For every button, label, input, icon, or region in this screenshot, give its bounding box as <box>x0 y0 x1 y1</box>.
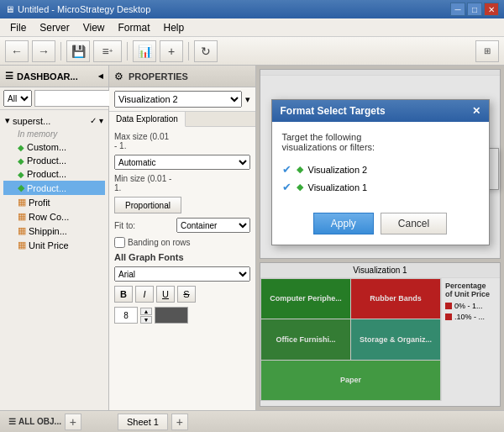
tree-item-label: Product... <box>27 155 66 166</box>
tree-item-unitprice[interactable]: ▦ Unit Price <box>3 238 105 252</box>
add-button[interactable]: + <box>160 40 183 62</box>
fitto-select[interactable]: Container <box>176 218 250 233</box>
forward-button[interactable]: → <box>32 40 55 62</box>
font-select[interactable]: Arial <box>114 266 250 282</box>
panel-header-icon: ☰ <box>5 71 13 82</box>
banding-checkbox-label: Banding on rows <box>114 237 191 248</box>
dialog-title: Format Select Targets <box>281 105 386 117</box>
dialog-close-icon[interactable]: ✕ <box>472 105 480 117</box>
tree-item-label: Row Co... <box>29 212 69 222</box>
add-dataset-button[interactable]: ≡+ <box>93 40 122 62</box>
dialog-item-label-viz2: Visualization 2 <box>308 165 368 175</box>
add-object-button[interactable]: + <box>65 414 81 430</box>
underline-button[interactable]: U <box>156 286 175 303</box>
dialog-item-viz1[interactable]: ✔ ◆ Visualization 1 <box>282 178 479 196</box>
filter-icon: ▾ <box>99 116 103 125</box>
menu-help[interactable]: Help <box>157 20 192 35</box>
dialog-overlay: Format Select Targets ✕ Target the follo… <box>256 66 504 410</box>
tree-item-product3[interactable]: ◆ Product... <box>3 181 105 195</box>
table-icon: ▦ <box>18 211 26 222</box>
proportional-button[interactable]: Proportional <box>114 197 181 213</box>
cancel-button[interactable]: Cancel <box>381 213 447 234</box>
size-select[interactable]: Automatic <box>114 155 250 170</box>
format-row-size-input: Automatic <box>114 155 250 170</box>
all-objects-button[interactable]: ☰ ALL OBJ... <box>8 417 61 426</box>
tree-item-product1[interactable]: ◆ Product... <box>3 154 105 167</box>
panel-header-title: DASHBOAR... <box>17 71 78 82</box>
apply-button[interactable]: Apply <box>313 213 374 234</box>
tree-item-superst[interactable]: ▾ superst... ✓ ▾ <box>3 113 105 128</box>
chart-button[interactable]: 📊 <box>133 40 156 62</box>
viz-area: Select Target <box>256 66 504 410</box>
left-panel: ☰ DASHBOAR... ◂ All 🔍 ▾ superst... ✓ ▾ I… <box>0 66 109 410</box>
extra-button[interactable]: ⊞ <box>475 40 499 62</box>
dialog-body: Target the followingvisualizations or fi… <box>272 122 489 206</box>
italic-button[interactable]: I <box>135 286 154 303</box>
diamond-viz2: ◆ <box>297 164 303 175</box>
window-title: Untitled - MicroStrategy Desktop <box>14 4 450 14</box>
menu-format[interactable]: Format <box>111 20 156 35</box>
bottom-left: ☰ ALL OBJ... + <box>5 414 114 430</box>
menu-view[interactable]: View <box>76 20 112 35</box>
save-button[interactable]: 💾 <box>66 40 90 62</box>
window-controls: ─ □ ✕ <box>450 3 499 16</box>
diamond-icon: ◆ <box>18 143 24 152</box>
visualization-dropdown[interactable]: Visualization 2 <box>114 91 242 108</box>
tree-item-label: Product... <box>27 169 66 179</box>
back-button[interactable]: ← <box>5 40 29 62</box>
tree-item-inmemory: In memory <box>3 128 105 140</box>
maximize-button[interactable]: □ <box>467 3 482 16</box>
table-icon: ▦ <box>18 240 26 250</box>
add-sheet-button[interactable]: + <box>171 414 188 430</box>
close-button[interactable]: ✕ <box>484 3 499 16</box>
content-area: ⚙ PROPERTIES Visualization 2 ▾ Data Expl… <box>109 66 504 410</box>
menu-bar: File Server View Format Help <box>0 18 504 37</box>
fitto-label: Fit to: <box>114 221 173 230</box>
diamond-viz1: ◆ <box>297 182 303 192</box>
table-icon: ▦ <box>18 197 26 208</box>
table-icon: ▦ <box>18 225 26 236</box>
tree-item-rowco[interactable]: ▦ Row Co... <box>3 209 105 224</box>
menu-file[interactable]: File <box>3 20 33 35</box>
tree-item-label: Profit <box>29 198 50 208</box>
tree-item-product2[interactable]: ◆ Product... <box>3 167 105 181</box>
panel-collapse-icon[interactable]: ◂ <box>98 71 103 82</box>
tree-item-custom[interactable]: ◆ Custom... <box>3 140 105 154</box>
font-size-down[interactable]: ▼ <box>140 316 152 324</box>
tree-item-shipping[interactable]: ▦ Shippin... <box>3 224 105 238</box>
dialog-item-label-viz1: Visualization 1 <box>308 182 368 192</box>
filter-dropdown[interactable]: All <box>3 90 32 107</box>
title-bar: 🖥 Untitled - MicroStrategy Desktop ─ □ ✕ <box>0 0 504 18</box>
minimize-button[interactable]: ─ <box>450 3 465 16</box>
panel-search-bar: All 🔍 <box>0 87 108 110</box>
main-layout: ☰ DASHBOAR... ◂ All 🔍 ▾ superst... ✓ ▾ I… <box>0 66 504 410</box>
maxsize-label: Max size (0.01 - 1. <box>114 132 173 150</box>
allobjects-label: ALL OBJ... <box>18 417 61 426</box>
menu-server[interactable]: Server <box>33 20 76 35</box>
bottom-bar: ☰ ALL OBJ... + Sheet 1 + <box>0 410 504 432</box>
diamond-icon: ◆ <box>18 156 24 166</box>
tree-item-profit[interactable]: ▦ Profit <box>3 195 105 209</box>
left-panel-header: ☰ DASHBOAR... ◂ <box>0 66 108 87</box>
font-color-swatch[interactable] <box>155 307 188 324</box>
bottom-content: Sheet 1 + <box>118 414 499 430</box>
font-size-input[interactable] <box>114 307 138 324</box>
dialog: Format Select Targets ✕ Target the follo… <box>271 99 490 245</box>
diamond-icon: ◆ <box>18 170 24 179</box>
font-size-up[interactable]: ▲ <box>140 308 152 315</box>
format-section-main: Max size (0.01 - 1. Automatic Min size (… <box>109 127 255 329</box>
refresh-button[interactable]: ↻ <box>194 40 218 62</box>
sheet-tab-1[interactable]: Sheet 1 <box>118 414 168 430</box>
toolbar-sep2 <box>127 42 128 61</box>
bold-button[interactable]: B <box>114 286 133 303</box>
strikethrough-button[interactable]: S <box>177 286 196 303</box>
format-panel-tabs: Data Exploration <box>109 112 255 127</box>
allobjects-icon: ☰ <box>8 417 16 426</box>
toolbar-sep3 <box>188 42 189 61</box>
format-row-banding: Banding on rows <box>114 237 250 248</box>
tree-item-label: Shippin... <box>29 226 67 236</box>
font-style-toolbar: B I U S <box>114 286 250 303</box>
tab-data-exploration[interactable]: Data Exploration <box>109 112 186 127</box>
banding-checkbox[interactable] <box>114 237 125 248</box>
dialog-item-viz2[interactable]: ✔ ◆ Visualization 2 <box>282 161 479 178</box>
